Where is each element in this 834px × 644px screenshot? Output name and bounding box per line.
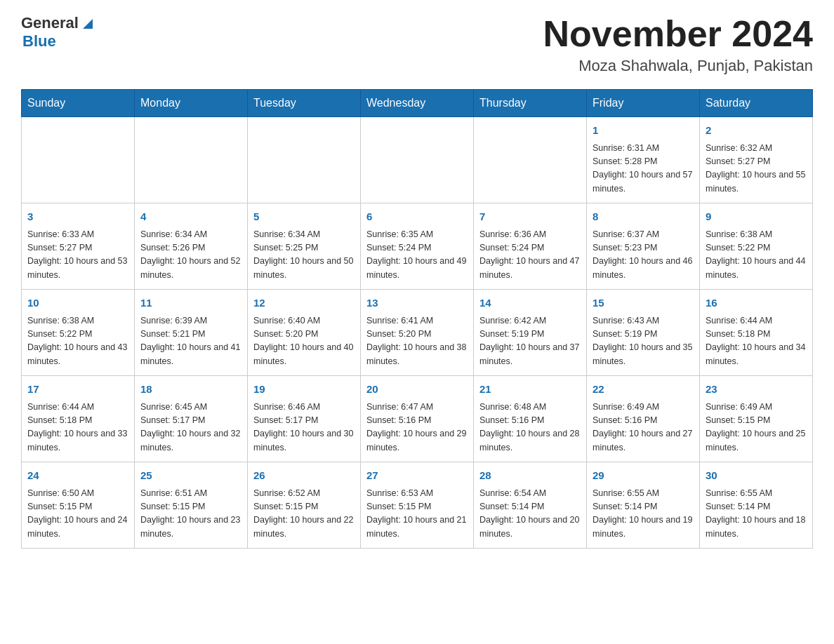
table-row: 1Sunrise: 6:31 AMSunset: 5:28 PMDaylight…	[587, 117, 700, 203]
table-row: 26Sunrise: 6:52 AMSunset: 5:15 PMDayligh…	[248, 462, 361, 549]
day-info: Sunrise: 6:50 AMSunset: 5:15 PMDaylight:…	[27, 487, 128, 542]
day-info: Sunrise: 6:47 AMSunset: 5:16 PMDaylight:…	[366, 401, 468, 455]
header-sunday: Sunday	[22, 90, 135, 117]
day-info: Sunrise: 6:42 AMSunset: 5:19 PMDaylight:…	[479, 314, 581, 369]
day-info: Sunrise: 6:32 AMSunset: 5:27 PMDaylight:…	[706, 142, 807, 196]
day-number: 11	[140, 295, 241, 311]
table-row: 3Sunrise: 6:33 AMSunset: 5:27 PMDaylight…	[22, 203, 135, 290]
day-number: 19	[253, 382, 355, 398]
day-info: Sunrise: 6:41 AMSunset: 5:20 PMDaylight:…	[366, 314, 468, 369]
day-number: 9	[706, 209, 807, 225]
day-number: 15	[593, 295, 694, 311]
day-info: Sunrise: 6:38 AMSunset: 5:22 PMDaylight:…	[706, 228, 807, 283]
week-row-5: 24Sunrise: 6:50 AMSunset: 5:15 PMDayligh…	[22, 462, 813, 549]
day-info: Sunrise: 6:49 AMSunset: 5:16 PMDaylight:…	[593, 401, 694, 455]
day-number: 16	[706, 295, 807, 311]
table-row: 7Sunrise: 6:36 AMSunset: 5:24 PMDaylight…	[474, 203, 587, 290]
day-info: Sunrise: 6:53 AMSunset: 5:15 PMDaylight:…	[366, 487, 468, 542]
week-row-2: 3Sunrise: 6:33 AMSunset: 5:27 PMDaylight…	[22, 203, 813, 290]
header-tuesday: Tuesday	[248, 90, 361, 117]
day-info: Sunrise: 6:44 AMSunset: 5:18 PMDaylight:…	[706, 314, 807, 369]
header-wednesday: Wednesday	[361, 90, 474, 117]
day-info: Sunrise: 6:46 AMSunset: 5:17 PMDaylight:…	[253, 401, 355, 455]
table-row: 29Sunrise: 6:55 AMSunset: 5:14 PMDayligh…	[587, 462, 700, 549]
day-info: Sunrise: 6:43 AMSunset: 5:19 PMDaylight:…	[593, 314, 694, 369]
table-row: 2Sunrise: 6:32 AMSunset: 5:27 PMDaylight…	[700, 117, 813, 203]
day-number: 27	[366, 468, 468, 484]
day-number: 22	[593, 382, 694, 398]
table-row: 21Sunrise: 6:48 AMSunset: 5:16 PMDayligh…	[474, 376, 587, 462]
week-row-1: 1Sunrise: 6:31 AMSunset: 5:28 PMDaylight…	[22, 117, 813, 203]
day-number: 30	[706, 468, 807, 484]
day-number: 8	[593, 209, 694, 225]
table-row	[248, 117, 361, 203]
table-row: 6Sunrise: 6:35 AMSunset: 5:24 PMDaylight…	[361, 203, 474, 290]
table-row	[22, 117, 135, 203]
table-row: 24Sunrise: 6:50 AMSunset: 5:15 PMDayligh…	[22, 462, 135, 549]
title-section: November 2024 Moza Shahwala, Punjab, Pak…	[543, 14, 813, 75]
logo-blue-text: Blue	[22, 32, 56, 51]
table-row	[361, 117, 474, 203]
day-number: 17	[27, 382, 128, 398]
logo-general-text: General	[21, 14, 79, 32]
day-number: 2	[706, 123, 807, 139]
svg-marker-0	[83, 19, 93, 29]
month-title: November 2024	[543, 14, 813, 54]
table-row	[135, 117, 248, 203]
day-number: 6	[366, 209, 468, 225]
table-row: 18Sunrise: 6:45 AMSunset: 5:17 PMDayligh…	[135, 376, 248, 462]
table-row: 8Sunrise: 6:37 AMSunset: 5:23 PMDaylight…	[587, 203, 700, 290]
day-info: Sunrise: 6:55 AMSunset: 5:14 PMDaylight:…	[706, 487, 807, 542]
page-header: General Blue November 2024 Moza Shahwala…	[21, 14, 813, 75]
table-row: 13Sunrise: 6:41 AMSunset: 5:20 PMDayligh…	[361, 290, 474, 376]
day-info: Sunrise: 6:31 AMSunset: 5:28 PMDaylight:…	[593, 142, 694, 196]
table-row: 10Sunrise: 6:38 AMSunset: 5:22 PMDayligh…	[22, 290, 135, 376]
table-row: 19Sunrise: 6:46 AMSunset: 5:17 PMDayligh…	[248, 376, 361, 462]
day-info: Sunrise: 6:34 AMSunset: 5:25 PMDaylight:…	[253, 228, 355, 283]
table-row: 11Sunrise: 6:39 AMSunset: 5:21 PMDayligh…	[135, 290, 248, 376]
header-thursday: Thursday	[474, 90, 587, 117]
day-number: 24	[27, 468, 128, 484]
table-row: 22Sunrise: 6:49 AMSunset: 5:16 PMDayligh…	[587, 376, 700, 462]
table-row: 28Sunrise: 6:54 AMSunset: 5:14 PMDayligh…	[474, 462, 587, 549]
day-number: 5	[253, 209, 355, 225]
day-number: 1	[593, 123, 694, 139]
location-title: Moza Shahwala, Punjab, Pakistan	[543, 57, 813, 75]
day-info: Sunrise: 6:44 AMSunset: 5:18 PMDaylight:…	[27, 401, 128, 455]
day-number: 12	[253, 295, 355, 311]
day-info: Sunrise: 6:54 AMSunset: 5:14 PMDaylight:…	[479, 487, 581, 542]
day-number: 7	[479, 209, 581, 225]
table-row: 5Sunrise: 6:34 AMSunset: 5:25 PMDaylight…	[248, 203, 361, 290]
day-info: Sunrise: 6:35 AMSunset: 5:24 PMDaylight:…	[366, 228, 468, 283]
day-number: 25	[140, 468, 241, 484]
day-number: 28	[479, 468, 581, 484]
day-info: Sunrise: 6:33 AMSunset: 5:27 PMDaylight:…	[27, 228, 128, 283]
day-info: Sunrise: 6:34 AMSunset: 5:26 PMDaylight:…	[140, 228, 241, 283]
table-row: 15Sunrise: 6:43 AMSunset: 5:19 PMDayligh…	[587, 290, 700, 376]
table-row: 25Sunrise: 6:51 AMSunset: 5:15 PMDayligh…	[135, 462, 248, 549]
week-row-4: 17Sunrise: 6:44 AMSunset: 5:18 PMDayligh…	[22, 376, 813, 462]
week-row-3: 10Sunrise: 6:38 AMSunset: 5:22 PMDayligh…	[22, 290, 813, 376]
day-number: 10	[27, 295, 128, 311]
day-number: 21	[479, 382, 581, 398]
header-friday: Friday	[587, 90, 700, 117]
table-row: 30Sunrise: 6:55 AMSunset: 5:14 PMDayligh…	[700, 462, 813, 549]
table-row	[474, 117, 587, 203]
day-info: Sunrise: 6:38 AMSunset: 5:22 PMDaylight:…	[27, 314, 128, 369]
logo-triangle-icon	[80, 16, 95, 32]
day-number: 4	[140, 209, 241, 225]
table-row: 17Sunrise: 6:44 AMSunset: 5:18 PMDayligh…	[22, 376, 135, 462]
table-row: 14Sunrise: 6:42 AMSunset: 5:19 PMDayligh…	[474, 290, 587, 376]
day-info: Sunrise: 6:52 AMSunset: 5:15 PMDaylight:…	[253, 487, 355, 542]
table-row: 4Sunrise: 6:34 AMSunset: 5:26 PMDaylight…	[135, 203, 248, 290]
table-row: 16Sunrise: 6:44 AMSunset: 5:18 PMDayligh…	[700, 290, 813, 376]
table-row: 23Sunrise: 6:49 AMSunset: 5:15 PMDayligh…	[700, 376, 813, 462]
header-saturday: Saturday	[700, 90, 813, 117]
table-row: 12Sunrise: 6:40 AMSunset: 5:20 PMDayligh…	[248, 290, 361, 376]
calendar-table: SundayMondayTuesdayWednesdayThursdayFrid…	[21, 89, 813, 549]
table-row: 27Sunrise: 6:53 AMSunset: 5:15 PMDayligh…	[361, 462, 474, 549]
day-info: Sunrise: 6:45 AMSunset: 5:17 PMDaylight:…	[140, 401, 241, 455]
table-row: 9Sunrise: 6:38 AMSunset: 5:22 PMDaylight…	[700, 203, 813, 290]
day-number: 23	[706, 382, 807, 398]
day-info: Sunrise: 6:37 AMSunset: 5:23 PMDaylight:…	[593, 228, 694, 283]
